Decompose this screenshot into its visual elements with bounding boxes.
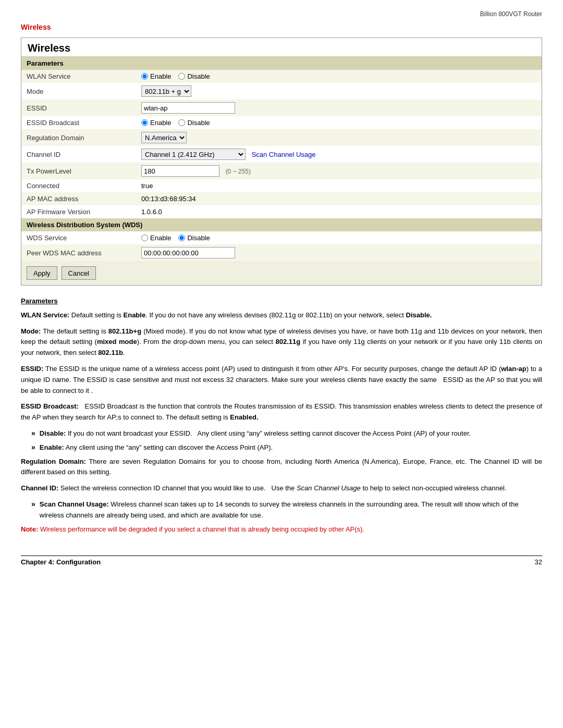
radio-essid-broadcast-disable-label[interactable]: Disable bbox=[178, 119, 210, 127]
row-mode: Mode 802.11b + g 802.11b 802.11g bbox=[21, 83, 542, 100]
radio-wlan-disable-label[interactable]: Disable bbox=[178, 72, 210, 80]
label-connected: Connected bbox=[21, 179, 136, 192]
radio-wlan-enable-label[interactable]: Enable bbox=[141, 72, 171, 80]
value-mode: 802.11b + g 802.11b 802.11g bbox=[136, 83, 542, 100]
radio-wds-enable[interactable] bbox=[141, 235, 148, 241]
row-ap-firmware: AP Firmware Version 1.0.6.0 bbox=[21, 205, 542, 218]
value-tx-powerlevel: (0 ~ 255) bbox=[136, 163, 542, 179]
row-essid: ESSID bbox=[21, 100, 542, 116]
desc-channel-id: Channel ID: Select the wireless connecti… bbox=[21, 483, 542, 494]
radio-essid-broadcast-enable-label[interactable]: Enable bbox=[141, 119, 171, 127]
radio-wds-disable-text: Disable bbox=[187, 234, 210, 242]
row-wlan-service: WLAN Service Enable Disable bbox=[21, 70, 542, 83]
desc-wlan-service: WLAN Service: Default setting is Enable.… bbox=[21, 310, 542, 321]
panel-header: Wireless bbox=[21, 38, 542, 57]
scan-channel-usage-link[interactable]: Scan Channel Usage bbox=[252, 151, 316, 158]
radio-wlan-disable[interactable] bbox=[178, 73, 185, 80]
input-tx-powerlevel[interactable] bbox=[141, 165, 219, 177]
description-section: Parameters WLAN Service: Default setting… bbox=[21, 296, 542, 545]
input-essid[interactable] bbox=[141, 102, 235, 114]
section-label-wds: Wireless Distribution System (WDS) bbox=[21, 218, 542, 231]
radio-wds-disable[interactable] bbox=[178, 235, 185, 241]
label-tx-powerlevel: Tx PowerLevel bbox=[21, 163, 136, 179]
value-wds-service: Enable Disable bbox=[136, 231, 542, 244]
radio-essid-broadcast-enable[interactable] bbox=[141, 119, 148, 126]
parameters-table: Parameters WLAN Service Enable bbox=[21, 57, 542, 261]
row-ap-mac: AP MAC address 00:13:d3:68:95:34 bbox=[21, 192, 542, 205]
value-peer-wds-mac bbox=[136, 244, 542, 261]
cancel-button[interactable]: Cancel bbox=[62, 266, 96, 280]
radio-wds-enable-text: Enable bbox=[150, 234, 171, 242]
radio-essid-broadcast-disable-text: Disable bbox=[187, 119, 210, 127]
desc-section-title: Parameters bbox=[21, 296, 542, 307]
label-ap-mac: AP MAC address bbox=[21, 192, 136, 205]
value-regulation-domain: N.America Europe France bbox=[136, 129, 542, 146]
note-text: Note: Wireless performance will be degra… bbox=[21, 525, 364, 533]
bullet-symbol-3: » bbox=[31, 499, 35, 510]
label-wlan-service: WLAN Service bbox=[21, 70, 136, 83]
label-channel-id: Channel ID bbox=[21, 146, 136, 163]
value-ap-firmware: 1.0.6.0 bbox=[136, 205, 542, 218]
row-connected: Connected true bbox=[21, 179, 542, 192]
wireless-panel: Wireless Parameters WLAN Service Enable bbox=[21, 38, 542, 286]
section-header-parameters: Parameters bbox=[21, 57, 542, 70]
panel-title: Wireless bbox=[28, 42, 535, 54]
label-mode: Mode bbox=[21, 83, 136, 100]
value-essid-broadcast: Enable Disable bbox=[136, 116, 542, 129]
desc-note: Note: Wireless performance will be degra… bbox=[21, 524, 542, 535]
label-wds-service: WDS Service bbox=[21, 231, 136, 244]
value-essid bbox=[136, 100, 542, 116]
bullet-symbol-1: » bbox=[31, 428, 35, 439]
desc-scan-channel-bullet: » Scan Channel Usage: Wireless channel s… bbox=[21, 499, 542, 521]
section-label-parameters: Parameters bbox=[21, 57, 542, 70]
desc-regulation-domain: Regulation Domain: There are seven Regul… bbox=[21, 456, 542, 478]
page-number: 32 bbox=[535, 558, 542, 566]
tx-powerlevel-hint: (0 ~ 255) bbox=[226, 168, 251, 175]
desc-essid-enable-bullet: » Enable: Any client using the “any” set… bbox=[21, 442, 542, 453]
row-tx-powerlevel: Tx PowerLevel (0 ~ 255) bbox=[21, 163, 542, 179]
radio-wds-disable-label[interactable]: Disable bbox=[178, 234, 210, 242]
radio-wlan-service: Enable Disable bbox=[141, 72, 536, 80]
value-ap-mac: 00:13:d3:68:95:34 bbox=[136, 192, 542, 205]
value-connected: true bbox=[136, 179, 542, 192]
label-essid-broadcast: ESSID Broadcast bbox=[21, 116, 136, 129]
brand-header: Billion 800VGT Router bbox=[21, 10, 542, 18]
select-mode[interactable]: 802.11b + g 802.11b 802.11g bbox=[141, 85, 191, 97]
desc-essid-disable-bullet: » Disable: If you do not want broadcast … bbox=[21, 428, 542, 439]
radio-wlan-enable-text: Enable bbox=[150, 72, 171, 80]
section-header-wds: Wireless Distribution System (WDS) bbox=[21, 218, 542, 231]
breadcrumb-link[interactable]: Wireless bbox=[21, 23, 542, 31]
row-essid-broadcast: ESSID Broadcast Enable Disable bbox=[21, 116, 542, 129]
desc-mode: Mode: The default setting is 802.11b+g (… bbox=[21, 326, 542, 359]
desc-essid: ESSID: The ESSID is the unique name of a… bbox=[21, 364, 542, 396]
radio-wlan-enable[interactable] bbox=[141, 73, 148, 80]
button-row: Apply Cancel bbox=[21, 261, 542, 285]
radio-essid-broadcast-disable[interactable] bbox=[178, 119, 185, 126]
radio-essid-broadcast-enable-text: Enable bbox=[150, 119, 171, 127]
label-peer-wds-mac: Peer WDS MAC address bbox=[21, 244, 136, 261]
radio-wds-enable-label[interactable]: Enable bbox=[141, 234, 171, 242]
desc-scan-channel-text: Scan Channel Usage: Wireless channel sca… bbox=[40, 499, 542, 521]
value-channel-id: Channel 1 (2.412 GHz) Channel 2 Channel … bbox=[136, 146, 542, 163]
label-regulation-domain: Regulation Domain bbox=[21, 129, 136, 146]
row-peer-wds-mac: Peer WDS MAC address bbox=[21, 244, 542, 261]
page-wrapper: Billion 800VGT Router Wireless Wireless … bbox=[0, 0, 563, 728]
desc-essid-enable-text: Enable: Any client using the “any” setti… bbox=[40, 442, 273, 453]
radio-essid-broadcast: Enable Disable bbox=[141, 119, 536, 127]
row-regulation-domain: Regulation Domain N.America Europe Franc… bbox=[21, 129, 542, 146]
chapter-text: Chapter 4: Configuration bbox=[21, 558, 101, 566]
row-channel-id: Channel ID Channel 1 (2.412 GHz) Channel… bbox=[21, 146, 542, 163]
desc-essid-disable-text: Disable: If you do not want broadcast yo… bbox=[40, 428, 471, 439]
select-regulation-domain[interactable]: N.America Europe France bbox=[141, 132, 187, 143]
radio-wds-service: Enable Disable bbox=[141, 234, 536, 242]
row-wds-service: WDS Service Enable Disable bbox=[21, 231, 542, 244]
bullet-symbol-2: » bbox=[31, 442, 35, 453]
input-peer-wds-mac[interactable] bbox=[141, 247, 235, 258]
select-channel-id[interactable]: Channel 1 (2.412 GHz) Channel 2 Channel … bbox=[141, 149, 246, 160]
radio-wlan-disable-text: Disable bbox=[187, 72, 210, 80]
apply-button[interactable]: Apply bbox=[27, 266, 57, 280]
brand-text: Billion 800VGT Router bbox=[480, 10, 542, 18]
footer-bar: Chapter 4: Configuration 32 bbox=[21, 556, 542, 566]
label-ap-firmware: AP Firmware Version bbox=[21, 205, 136, 218]
value-wlan-service: Enable Disable bbox=[136, 70, 542, 83]
